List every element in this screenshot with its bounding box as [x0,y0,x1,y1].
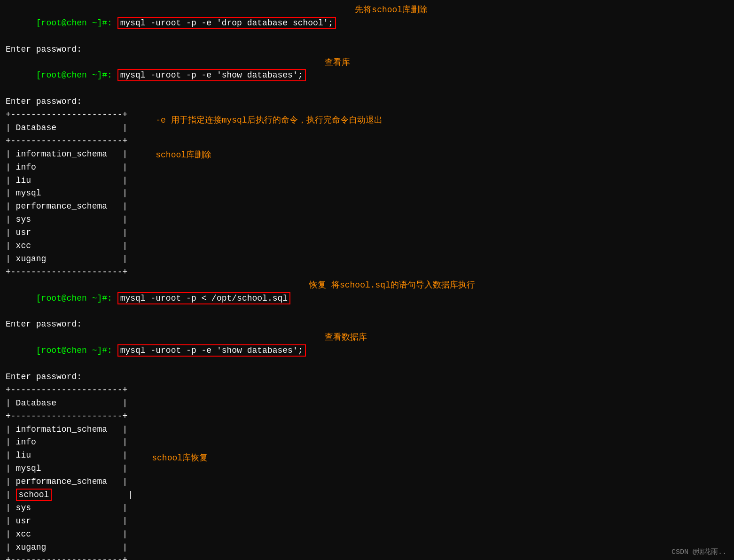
table-row-info-schema-2: | information_schema | [6,423,133,436]
enter-password-4: Enter password: [6,371,728,384]
table-separator-top-2: +----------------------+ [6,384,133,397]
cmd-box-3: mysql -uroot -p < /opt/school.sql [117,292,290,304]
annotation-school-deleted: school库删除 [156,149,382,160]
cmd-line-1: [root@chen ~]#: mysql -uroot -p -e 'drop… [6,4,728,43]
table-separator-top-1: +----------------------+ [6,109,127,122]
table-row-info-1: | info | [6,161,127,174]
table-row-info-schema-1: | information_schema | [6,148,127,161]
prompt-1: [root@chen ~]#: [36,18,112,28]
enter-password-2: Enter password: [6,95,728,109]
prompt-2: [root@chen ~]#: [36,70,112,80]
table-row-sys-1: | sys | [6,213,127,226]
table-1: +----------------------+ | Database | +-… [6,109,127,279]
footer-credit: CSDN @烟花雨.. [672,547,726,556]
table-row-info-2: | info | [6,436,133,449]
table-2: +----------------------+ | Database | +-… [6,384,133,560]
cmd-line-3: [root@chen ~]#: mysql -uroot -p < /opt/s… [6,279,728,319]
annotation-1: 先将school库删除 [355,4,428,17]
terminal-container: [root@chen ~]#: mysql -uroot -p -e 'drop… [6,4,728,560]
table-row-liu-2: | liu | [6,449,133,462]
table-row-sys-2: | sys | [6,502,133,515]
table-row-xugang-1: | xugang | [6,253,127,266]
table-header-1: | Database | [6,122,127,135]
table-row-mysql-2: | mysql | [6,462,133,475]
table-row-perf-1: | performance_schema | [6,200,127,213]
table-separator-mid-2: +----------------------+ [6,410,133,423]
annotation-school-restored: school库恢复 [152,452,208,463]
table-row-xugang-2: | xugang | [6,541,133,554]
enter-password-3: Enter password: [6,318,728,331]
prompt-3: [root@chen ~]#: [36,294,112,303]
school-highlight: school [16,489,52,501]
table-row-usr-1: | usr | [6,226,127,240]
table-row-xcc-1: | xcc | [6,240,127,253]
table-row-school-2: | school | [6,489,133,502]
table-separator-bot-1: +----------------------+ [6,266,127,279]
annotation-3: 恢复 将school.sql的语句导入数据库执行 [309,279,475,292]
table-row-liu-1: | liu | [6,174,127,187]
table-separator-bot-2: +----------------------+ [6,554,133,560]
note-e-flag: -e 用于指定连接mysql后执行的命令，执行完命令自动退出 [156,114,382,125]
prompt-4: [root@chen ~]#: [36,346,112,355]
cmd-box-1: mysql -uroot -p -e 'drop database school… [117,17,336,29]
annotation-4: 查看数据库 [325,331,367,344]
table-row-usr-2: | usr | [6,515,133,528]
table-row-xcc-2: | xcc | [6,528,133,541]
table-separator-mid-1: +----------------------+ [6,135,127,148]
annotation-2: 查看库 [325,56,350,70]
table-row-mysql-1: | mysql | [6,187,127,200]
table-header-2: | Database | [6,397,133,410]
enter-password-1: Enter password: [6,43,728,56]
cmd-box-2: mysql -uroot -p -e 'show databases'; [117,69,306,81]
cmd-box-4: mysql -uroot -p -e 'show databases'; [117,344,306,357]
cmd-line-2: [root@chen ~]#: mysql -uroot -p -e 'show… [6,56,728,96]
table-row-perf-2: | performance_schema | [6,475,133,489]
cmd-line-4: [root@chen ~]#: mysql -uroot -p -e 'show… [6,331,728,371]
